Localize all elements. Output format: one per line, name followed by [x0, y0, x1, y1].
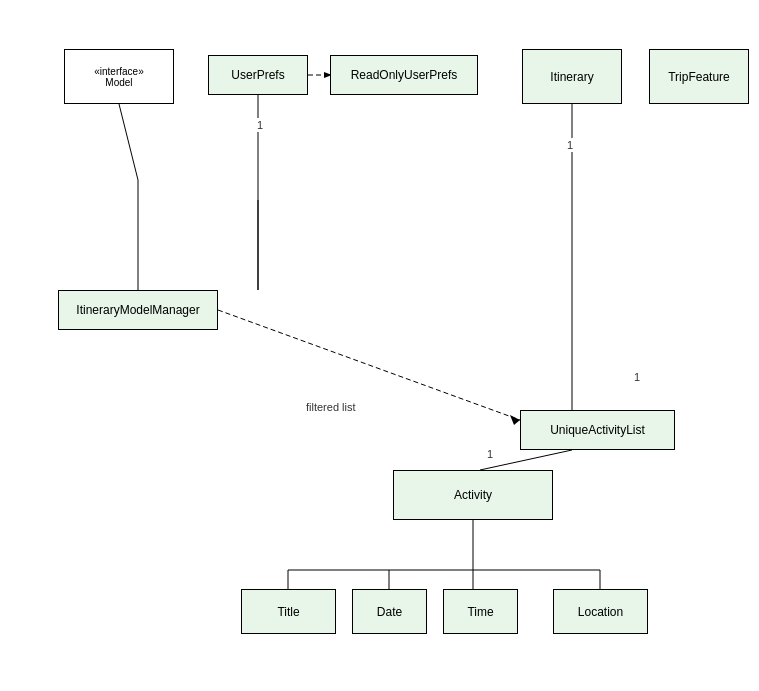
tripfeature-label: TripFeature: [668, 70, 730, 84]
label-1: 1: [254, 118, 266, 132]
itinerarymodemanager-box: ItineraryModelManager: [58, 290, 218, 330]
userprefs-box: UserPrefs: [208, 55, 308, 95]
date-box: Date: [352, 589, 427, 634]
uniqueactivitylist-label: UniqueActivityList: [550, 423, 645, 437]
svg-marker-13: [510, 415, 520, 425]
time-box: Time: [443, 589, 518, 634]
itinerary-label: Itinerary: [550, 70, 593, 84]
time-label: Time: [467, 605, 493, 619]
location-box: Location: [553, 589, 648, 634]
model-stereotype: «interface»Model: [94, 66, 143, 88]
userprefs-label: UserPrefs: [231, 68, 284, 82]
model-box: «interface»Model: [64, 49, 174, 104]
tripfeature-box: TripFeature: [649, 49, 749, 104]
title-box: Title: [241, 589, 336, 634]
label-filtered: filtered list: [303, 400, 359, 414]
svg-line-11: [119, 104, 138, 180]
itinerary-box: Itinerary: [522, 49, 622, 104]
label-4: 1: [484, 447, 496, 461]
activity-box: Activity: [393, 470, 553, 520]
uniqueactivitylist-box: UniqueActivityList: [520, 410, 675, 450]
location-label: Location: [578, 605, 623, 619]
activity-label: Activity: [454, 488, 492, 502]
diagram-container: «interface»Model UserPrefs ReadOnlyUserP…: [0, 0, 759, 691]
svg-line-12: [218, 310, 520, 420]
readonlyuserprefs-label: ReadOnlyUserPrefs: [351, 68, 458, 82]
label-2: 1: [564, 138, 576, 152]
itinerarymodemanager-label: ItineraryModelManager: [76, 303, 199, 317]
readonlyuserprefs-box: ReadOnlyUserPrefs: [330, 55, 478, 95]
label-3: 1: [631, 370, 643, 384]
title-label: Title: [277, 605, 299, 619]
date-label: Date: [377, 605, 402, 619]
